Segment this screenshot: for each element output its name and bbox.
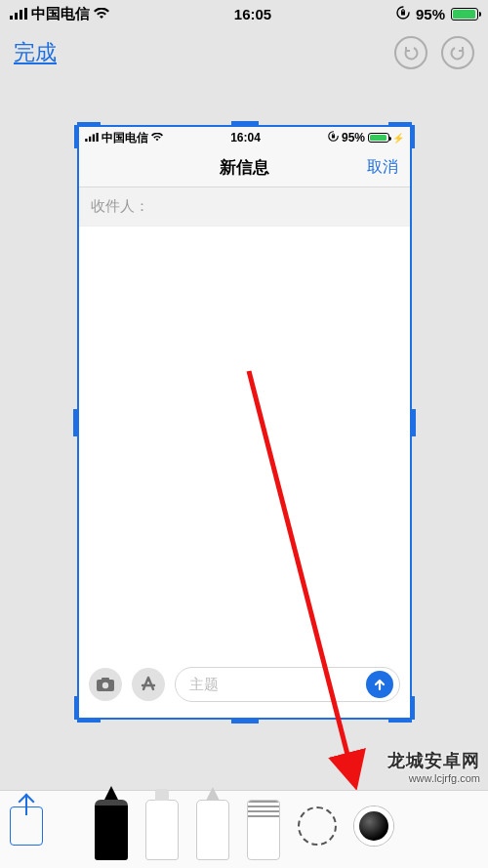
eraser-tool[interactable] [247, 800, 280, 860]
wifi-icon [94, 6, 109, 22]
subject-placeholder: 主题 [189, 676, 219, 694]
watermark: 龙城安卓网 www.lcjrfg.com [387, 749, 480, 784]
camera-button[interactable] [89, 668, 122, 701]
svg-rect-13 [102, 678, 109, 681]
svg-rect-7 [89, 137, 91, 142]
crop-handle[interactable] [74, 125, 79, 148]
crop-handle[interactable] [388, 122, 412, 127]
svg-rect-8 [93, 135, 95, 143]
pencil-tool[interactable] [196, 800, 229, 860]
watermark-title: 龙城安卓网 [387, 749, 480, 772]
crop-handle[interactable] [410, 696, 415, 720]
recipient-label: 收件人： [91, 197, 149, 216]
signal-icon [10, 6, 27, 22]
svg-rect-2 [20, 10, 22, 20]
clock: 16:05 [234, 6, 271, 22]
svg-rect-1 [15, 13, 18, 20]
battery-icon [451, 8, 478, 21]
svg-rect-9 [97, 133, 99, 142]
inner-clock: 16:04 [230, 131, 261, 145]
redo-button[interactable] [441, 36, 474, 69]
crop-handle[interactable] [388, 718, 412, 723]
orientation-lock-icon [328, 131, 339, 145]
svg-rect-6 [85, 139, 87, 142]
inner-status-bar: 中国电信 16:04 95% ⚡ [79, 127, 410, 148]
crop-handle[interactable] [73, 409, 79, 436]
markup-toolbar [0, 790, 488, 868]
color-picker[interactable] [354, 806, 393, 846]
svg-rect-0 [10, 16, 13, 20]
battery-percent: 95% [416, 6, 445, 22]
svg-rect-5 [401, 11, 405, 15]
crop-handle[interactable] [410, 409, 416, 436]
orientation-lock-icon [396, 6, 410, 22]
battery-icon [368, 133, 389, 143]
inner-battery-percent: 95% [342, 131, 365, 145]
crop-handle[interactable] [77, 718, 101, 723]
svg-point-14 [102, 682, 108, 688]
inner-compose-bar: 主题 [79, 661, 410, 718]
crop-handle[interactable] [77, 122, 101, 127]
crop-handle[interactable] [231, 121, 259, 127]
recipient-field[interactable]: 收件人： [79, 187, 410, 227]
watermark-url: www.lcjrfg.com [387, 772, 480, 784]
outer-status-bar: 中国电信 16:05 95% [0, 0, 488, 27]
markup-top-bar: 完成 [0, 27, 488, 78]
inner-messages-nav: 新信息 取消 [79, 148, 410, 187]
svg-rect-11 [332, 135, 335, 138]
share-button[interactable] [10, 806, 43, 846]
crop-handle[interactable] [231, 718, 259, 723]
carrier-label: 中国电信 [31, 5, 90, 23]
send-button[interactable] [366, 671, 393, 698]
marker-tool[interactable] [145, 800, 179, 860]
charging-icon: ⚡ [392, 133, 404, 144]
lasso-tool[interactable] [298, 806, 337, 846]
inner-carrier-label: 中国电信 [102, 130, 148, 146]
svg-rect-3 [24, 8, 27, 20]
cancel-button[interactable]: 取消 [367, 157, 398, 178]
appstore-button[interactable] [132, 668, 165, 701]
done-button[interactable]: 完成 [14, 38, 57, 67]
signal-icon [85, 131, 99, 145]
undo-button[interactable] [394, 36, 427, 69]
subject-input[interactable]: 主题 [175, 667, 400, 702]
screenshot-crop-frame[interactable]: 中国电信 16:04 95% ⚡ 新信息 取消 收件人： [77, 125, 412, 720]
crop-handle[interactable] [410, 125, 415, 148]
inner-title: 新信息 [220, 156, 269, 179]
wifi-icon [151, 131, 163, 145]
pen-tool[interactable] [95, 800, 128, 860]
